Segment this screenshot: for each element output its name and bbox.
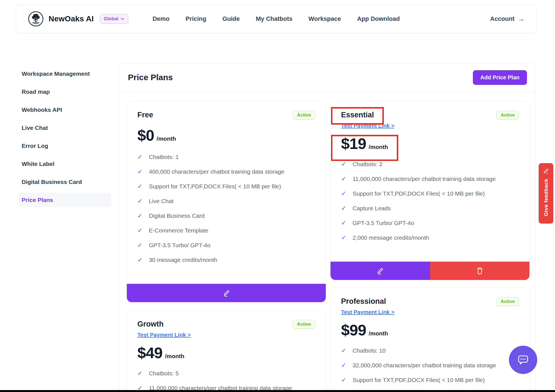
nav-pricing[interactable]: Pricing — [186, 15, 206, 22]
feature-text: Live Chat — [149, 198, 173, 204]
feature-text: 2,000 message credits/month — [352, 234, 429, 241]
nav-app-download[interactable]: App Download — [357, 15, 400, 22]
check-icon: ✓ — [341, 362, 346, 369]
feature-text: GPT-3.5 Turbo/ GPT-4o — [149, 242, 210, 249]
plan-price: $19 — [341, 135, 366, 153]
check-icon: ✓ — [137, 257, 142, 263]
feature-text: Chatbots: 1 — [149, 154, 178, 160]
sidebar-item-error-log[interactable]: Error Log — [18, 139, 111, 153]
plan-period: /month — [369, 330, 388, 337]
feature-item: ✓ Digital Business Card — [137, 213, 315, 219]
delete-plan-button[interactable] — [430, 262, 530, 280]
check-icon: ✓ — [341, 220, 346, 226]
check-icon: ✓ — [137, 242, 142, 249]
check-icon: ✓ — [341, 377, 346, 383]
test-payment-link[interactable]: Test Payment Link > — [341, 123, 394, 129]
sidebar-item-price-plans[interactable]: Price Plans — [18, 193, 111, 207]
sidebar-item-live-chat[interactable]: Live Chat — [18, 121, 111, 135]
status-badge: Active — [293, 111, 315, 120]
plan-name: Professional — [341, 297, 386, 306]
check-icon: ✓ — [341, 234, 346, 241]
feature-item: ✓ GPT-3.5 Turbo/ GPT-4o — [341, 220, 519, 226]
feature-text: Support for TXT,PDF,DOCX Files( < 10 MB … — [149, 183, 281, 190]
region-selector[interactable]: Global — [100, 14, 128, 24]
card-actions — [127, 284, 326, 302]
trash-icon — [476, 267, 484, 275]
plan-name: Essential — [341, 111, 374, 119]
account-menu[interactable]: Account → — [490, 15, 524, 22]
feature-text: Chatbots: 10 — [352, 347, 385, 354]
feature-item: ✓ Support for TXT,PDF,DOCX Files( < 10 M… — [341, 190, 519, 197]
sidebar-item-workspace-management[interactable]: Workspace Management — [18, 67, 111, 81]
feature-text: E-Commerce Template — [149, 227, 208, 234]
page-title: Price Plans — [128, 73, 173, 82]
feature-item: ✓ 32,000,000 characters/per chatbot trai… — [341, 362, 519, 369]
nav-workspace[interactable]: Workspace — [309, 15, 341, 22]
feature-list: ✓ Chatbots: 10 ✓ 32,000,000 characters/p… — [341, 347, 519, 391]
feature-text: Chatbots: 5 — [149, 370, 178, 377]
test-payment-link[interactable]: Test Payment Link > — [341, 309, 394, 315]
screenshot-bottom-edge — [0, 390, 555, 392]
give-feedback-tab[interactable]: Give feedback — [539, 163, 553, 224]
edit-plan-button[interactable] — [127, 284, 326, 302]
feature-text: 11,000,000 characters/per chatbot traini… — [352, 176, 496, 182]
feature-item: ✓ Capture Leads — [341, 205, 519, 212]
check-icon: ✓ — [341, 205, 346, 212]
nav-my-chatbots[interactable]: My Chatbots — [256, 15, 292, 22]
brand-name: NewOaks AI — [49, 14, 94, 23]
check-icon: ✓ — [137, 370, 142, 377]
chat-bubble-icon — [516, 353, 530, 367]
pencil-icon — [222, 289, 231, 297]
plan-period: /month — [165, 353, 184, 360]
feature-text: Capture Leads — [352, 205, 391, 212]
check-icon: ✓ — [137, 183, 142, 190]
feature-list: ✓ Chatbots: 1 ✓ 400,000 characters/per c… — [137, 154, 315, 271]
check-icon: ✓ — [341, 176, 346, 182]
check-icon: ✓ — [137, 198, 142, 204]
edit-plan-button[interactable] — [331, 262, 430, 280]
region-label: Global — [104, 16, 118, 22]
check-icon: ✓ — [137, 168, 142, 175]
feature-item: ✓ 2,000 message credits/month — [341, 234, 519, 241]
pencil-icon — [543, 168, 549, 174]
feature-text: Digital Business Card — [149, 213, 205, 219]
feature-item: ✓ GPT-3.5 Turbo/ GPT-4o — [137, 242, 315, 249]
plan-period: /month — [369, 144, 388, 150]
feature-text: GPT-3.5 Turbo/ GPT-4o — [352, 220, 414, 226]
give-feedback-label: Give feedback — [543, 179, 549, 216]
feature-text: Support for TXT,PDF,DOCX Files( < 10 MB … — [352, 377, 485, 383]
feature-item: ✓ Chatbots: 5 — [137, 370, 315, 377]
pencil-icon — [376, 267, 384, 275]
feature-list: ✓ Chatbots: 5 ✓ 11,000,000 characters/pe… — [137, 370, 315, 392]
plan-name: Growth — [137, 320, 164, 328]
plan-price: $0 — [137, 126, 154, 144]
account-label: Account — [490, 15, 514, 22]
add-price-plan-button[interactable]: Add Price Plan — [473, 70, 527, 85]
status-badge: Active — [496, 297, 519, 306]
sidebar-item-road-map[interactable]: Road map — [18, 85, 111, 99]
plan-name: Free — [137, 111, 153, 119]
feature-list: ✓ Chatbots: 2 ✓ 11,000,000 characters/pe… — [341, 161, 519, 249]
chat-widget-button[interactable] — [509, 346, 537, 374]
sidebar-item-white-label[interactable]: White Label — [18, 157, 111, 171]
plan-card-free: Free Active $0 /month ✓ Chatbots: 1 ✓ 40… — [127, 101, 326, 302]
nav-demo[interactable]: Demo — [153, 15, 170, 22]
status-badge: Active — [293, 320, 315, 329]
feature-text: Chatbots: 2 — [352, 161, 382, 168]
nav-guide[interactable]: Guide — [222, 15, 239, 22]
feature-item: ✓ 30 message credits/month — [137, 257, 315, 263]
feature-text: Support for TXT,PDF,DOCX Files( < 10 MB … — [352, 190, 485, 197]
check-icon: ✓ — [137, 213, 142, 219]
sidebar-item-webhooks-api[interactable]: Webhooks API — [18, 103, 111, 117]
sidebar: Workspace Management Road map Webhooks A… — [18, 67, 111, 211]
test-payment-link[interactable]: Test Payment Link > — [137, 332, 191, 338]
feature-item: ✓ E-Commerce Template — [137, 227, 315, 234]
plan-period: /month — [157, 135, 176, 142]
page: NewOaks AI Global Demo Pricing Guide My … — [0, 0, 555, 392]
arrow-right-icon: → — [518, 16, 524, 22]
plan-card-growth: Growth Active Test Payment Link > $49 /m… — [127, 310, 326, 392]
panel-header: Price Plans Add Price Plan — [120, 64, 535, 92]
status-badge: Active — [496, 111, 519, 120]
sidebar-item-digital-business-card[interactable]: Digital Business Card — [18, 175, 111, 189]
feature-item: ✓ Chatbots: 10 — [341, 347, 519, 354]
